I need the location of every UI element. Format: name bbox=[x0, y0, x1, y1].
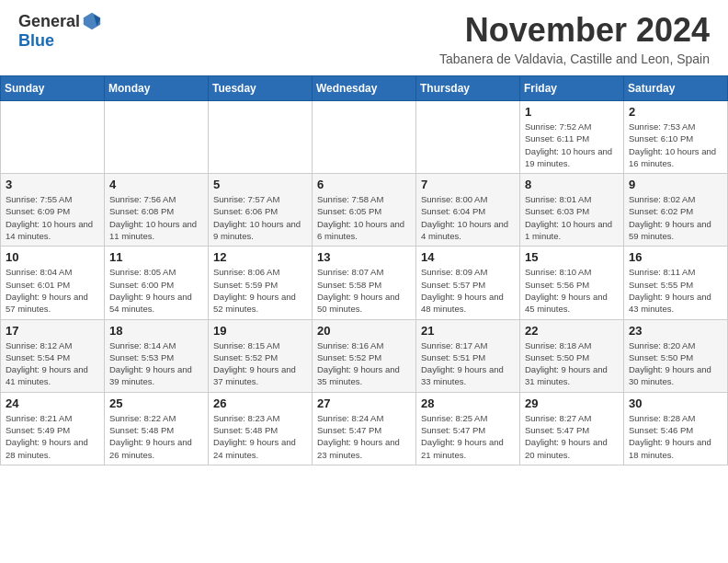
day-info: Sunrise: 8:20 AM Sunset: 5:50 PM Dayligh… bbox=[629, 339, 722, 388]
day-number: 3 bbox=[6, 178, 99, 191]
day-number: 18 bbox=[109, 324, 203, 338]
calendar-day-header: Monday bbox=[105, 76, 209, 101]
calendar-day-cell bbox=[209, 101, 313, 174]
day-number: 21 bbox=[421, 324, 515, 338]
calendar-day-cell bbox=[105, 101, 209, 174]
day-info: Sunrise: 8:05 AM Sunset: 6:00 PM Dayligh… bbox=[109, 266, 203, 315]
calendar-day-cell: 6Sunrise: 7:58 AM Sunset: 6:05 PM Daylig… bbox=[313, 174, 416, 247]
calendar-day-cell: 4Sunrise: 7:56 AM Sunset: 6:08 PM Daylig… bbox=[105, 174, 209, 247]
logo-blue-text: Blue bbox=[18, 31, 54, 51]
calendar-day-cell: 16Sunrise: 8:11 AM Sunset: 5:55 PM Dayli… bbox=[624, 247, 728, 319]
day-info: Sunrise: 8:00 AM Sunset: 6:04 PM Dayligh… bbox=[421, 193, 515, 242]
day-info: Sunrise: 8:25 AM Sunset: 5:47 PM Dayligh… bbox=[421, 412, 515, 461]
day-info: Sunrise: 8:15 AM Sunset: 5:52 PM Dayligh… bbox=[213, 339, 307, 388]
calendar-day-cell: 24Sunrise: 8:21 AM Sunset: 5:49 PM Dayli… bbox=[1, 392, 105, 465]
calendar-day-cell: 12Sunrise: 8:06 AM Sunset: 5:59 PM Dayli… bbox=[209, 247, 313, 319]
calendar-day-header: Thursday bbox=[416, 76, 520, 101]
page-header: General Blue November 2024 Tabanera de V… bbox=[0, 0, 728, 70]
calendar-day-header: Sunday bbox=[1, 76, 105, 101]
calendar-header-row: SundayMondayTuesdayWednesdayThursdayFrid… bbox=[1, 76, 728, 101]
calendar-day-cell: 11Sunrise: 8:05 AM Sunset: 6:00 PM Dayli… bbox=[105, 247, 209, 319]
logo-general-text: General bbox=[18, 12, 80, 31]
calendar-day-cell: 22Sunrise: 8:18 AM Sunset: 5:50 PM Dayli… bbox=[520, 319, 624, 392]
day-info: Sunrise: 8:07 AM Sunset: 5:58 PM Dayligh… bbox=[317, 266, 411, 315]
day-number: 17 bbox=[6, 324, 99, 338]
day-info: Sunrise: 8:18 AM Sunset: 5:50 PM Dayligh… bbox=[525, 339, 619, 388]
day-number: 10 bbox=[6, 250, 99, 264]
day-info: Sunrise: 8:11 AM Sunset: 5:55 PM Dayligh… bbox=[629, 266, 722, 315]
day-number: 1 bbox=[525, 105, 619, 119]
day-number: 11 bbox=[109, 250, 203, 264]
calendar-day-cell: 29Sunrise: 8:27 AM Sunset: 5:47 PM Dayli… bbox=[520, 392, 624, 465]
day-number: 16 bbox=[629, 250, 722, 264]
calendar-day-cell: 5Sunrise: 7:57 AM Sunset: 6:06 PM Daylig… bbox=[209, 174, 313, 247]
calendar-day-cell: 25Sunrise: 8:22 AM Sunset: 5:48 PM Dayli… bbox=[105, 392, 209, 465]
calendar-day-cell: 27Sunrise: 8:24 AM Sunset: 5:47 PM Dayli… bbox=[313, 392, 416, 465]
calendar-day-cell: 10Sunrise: 8:04 AM Sunset: 6:01 PM Dayli… bbox=[1, 247, 105, 319]
day-number: 25 bbox=[109, 396, 203, 410]
logo: General Blue bbox=[18, 11, 102, 51]
day-info: Sunrise: 7:56 AM Sunset: 6:08 PM Dayligh… bbox=[109, 193, 203, 242]
calendar-day-cell bbox=[416, 101, 520, 174]
day-number: 15 bbox=[525, 250, 619, 264]
calendar-day-cell: 15Sunrise: 8:10 AM Sunset: 5:56 PM Dayli… bbox=[520, 247, 624, 319]
day-number: 29 bbox=[525, 396, 619, 410]
calendar-week-row: 3Sunrise: 7:55 AM Sunset: 6:09 PM Daylig… bbox=[1, 174, 728, 247]
calendar-day-cell: 30Sunrise: 8:28 AM Sunset: 5:46 PM Dayli… bbox=[624, 392, 728, 465]
calendar-day-cell: 14Sunrise: 8:09 AM Sunset: 5:57 PM Dayli… bbox=[416, 247, 520, 319]
calendar-week-row: 10Sunrise: 8:04 AM Sunset: 6:01 PM Dayli… bbox=[1, 247, 728, 319]
day-info: Sunrise: 7:57 AM Sunset: 6:06 PM Dayligh… bbox=[213, 193, 307, 242]
location-subtitle: Tabanera de Valdavia, Castille and Leon,… bbox=[439, 52, 710, 66]
day-info: Sunrise: 8:01 AM Sunset: 6:03 PM Dayligh… bbox=[525, 193, 619, 242]
day-number: 4 bbox=[109, 178, 203, 191]
calendar-day-header: Friday bbox=[520, 76, 624, 101]
day-info: Sunrise: 8:10 AM Sunset: 5:56 PM Dayligh… bbox=[525, 266, 619, 315]
day-number: 14 bbox=[421, 250, 515, 264]
calendar-day-cell: 7Sunrise: 8:00 AM Sunset: 6:04 PM Daylig… bbox=[416, 174, 520, 247]
day-info: Sunrise: 8:09 AM Sunset: 5:57 PM Dayligh… bbox=[421, 266, 515, 315]
day-number: 8 bbox=[525, 178, 619, 191]
day-number: 19 bbox=[213, 324, 307, 338]
calendar-day-cell: 2Sunrise: 7:53 AM Sunset: 6:10 PM Daylig… bbox=[624, 101, 728, 174]
day-number: 7 bbox=[421, 178, 515, 191]
day-number: 28 bbox=[421, 396, 515, 410]
calendar-day-cell: 17Sunrise: 8:12 AM Sunset: 5:54 PM Dayli… bbox=[1, 319, 105, 392]
day-number: 30 bbox=[629, 396, 722, 410]
calendar-day-cell: 8Sunrise: 8:01 AM Sunset: 6:03 PM Daylig… bbox=[520, 174, 624, 247]
calendar-week-row: 24Sunrise: 8:21 AM Sunset: 5:49 PM Dayli… bbox=[1, 392, 728, 465]
day-info: Sunrise: 8:17 AM Sunset: 5:51 PM Dayligh… bbox=[421, 339, 515, 388]
calendar-day-cell: 18Sunrise: 8:14 AM Sunset: 5:53 PM Dayli… bbox=[105, 319, 209, 392]
calendar-day-cell: 21Sunrise: 8:17 AM Sunset: 5:51 PM Dayli… bbox=[416, 319, 520, 392]
calendar-table: SundayMondayTuesdayWednesdayThursdayFrid… bbox=[0, 75, 728, 465]
calendar-day-cell: 23Sunrise: 8:20 AM Sunset: 5:50 PM Dayli… bbox=[624, 319, 728, 392]
day-info: Sunrise: 8:21 AM Sunset: 5:49 PM Dayligh… bbox=[6, 412, 99, 461]
day-info: Sunrise: 7:58 AM Sunset: 6:05 PM Dayligh… bbox=[317, 193, 411, 242]
day-number: 12 bbox=[213, 250, 307, 264]
day-number: 27 bbox=[317, 396, 411, 410]
calendar-day-cell bbox=[1, 101, 105, 174]
day-info: Sunrise: 8:22 AM Sunset: 5:48 PM Dayligh… bbox=[109, 412, 203, 461]
title-block: November 2024 Tabanera de Valdavia, Cast… bbox=[439, 11, 710, 66]
day-info: Sunrise: 8:12 AM Sunset: 5:54 PM Dayligh… bbox=[6, 339, 99, 388]
calendar-day-cell: 19Sunrise: 8:15 AM Sunset: 5:52 PM Dayli… bbox=[209, 319, 313, 392]
calendar-day-cell: 20Sunrise: 8:16 AM Sunset: 5:52 PM Dayli… bbox=[313, 319, 416, 392]
day-info: Sunrise: 8:04 AM Sunset: 6:01 PM Dayligh… bbox=[6, 266, 99, 315]
day-info: Sunrise: 8:27 AM Sunset: 5:47 PM Dayligh… bbox=[525, 412, 619, 461]
day-number: 5 bbox=[213, 178, 307, 191]
calendar-day-cell: 28Sunrise: 8:25 AM Sunset: 5:47 PM Dayli… bbox=[416, 392, 520, 465]
day-number: 22 bbox=[525, 324, 619, 338]
day-info: Sunrise: 8:14 AM Sunset: 5:53 PM Dayligh… bbox=[109, 339, 203, 388]
day-info: Sunrise: 8:28 AM Sunset: 5:46 PM Dayligh… bbox=[629, 412, 722, 461]
calendar-day-header: Saturday bbox=[624, 76, 728, 101]
day-number: 26 bbox=[213, 396, 307, 410]
calendar-day-cell: 9Sunrise: 8:02 AM Sunset: 6:02 PM Daylig… bbox=[624, 174, 728, 247]
calendar-day-cell bbox=[313, 101, 416, 174]
day-info: Sunrise: 7:52 AM Sunset: 6:11 PM Dayligh… bbox=[525, 121, 619, 169]
calendar-day-cell: 26Sunrise: 8:23 AM Sunset: 5:48 PM Dayli… bbox=[209, 392, 313, 465]
calendar-day-header: Tuesday bbox=[209, 76, 313, 101]
day-number: 13 bbox=[317, 250, 411, 264]
day-number: 23 bbox=[629, 324, 722, 338]
logo-icon bbox=[82, 11, 102, 31]
calendar-day-cell: 3Sunrise: 7:55 AM Sunset: 6:09 PM Daylig… bbox=[1, 174, 105, 247]
day-info: Sunrise: 7:53 AM Sunset: 6:10 PM Dayligh… bbox=[629, 121, 722, 169]
